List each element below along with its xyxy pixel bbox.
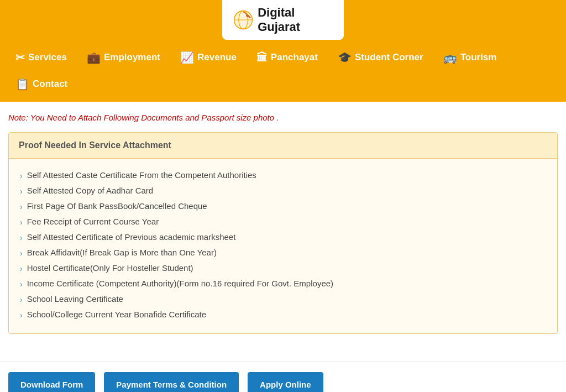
chevron-icon: ›: [20, 171, 23, 180]
list-item: › School Leaving Certificate: [20, 291, 546, 307]
nav-label-employment: Employment: [104, 52, 160, 63]
nav-label-revenue: Revenue: [197, 52, 237, 63]
nav-label-tourism: Tourism: [460, 52, 497, 63]
proof-item-7: Hostel Certificate(Only For Hosteller St…: [27, 263, 193, 273]
chevron-icon: ›: [20, 249, 23, 258]
chevron-icon: ›: [20, 202, 23, 211]
main-content: Note: You Need to Attach Following Docum…: [0, 102, 566, 362]
header: Digital Gujarat ✂ Services 💼 Employment …: [0, 0, 566, 102]
list-item: › School/College Current Year Bonafide C…: [20, 307, 546, 322]
nav-row2: 📋 Contact: [0, 71, 566, 102]
chevron-icon: ›: [20, 187, 23, 196]
proof-item-2: Self Attested Copy of Aadhar Card: [27, 186, 153, 195]
employment-icon: 💼: [87, 51, 101, 64]
proof-item-3: First Page Of Bank PassBook/Cancelled Ch…: [27, 201, 207, 211]
nav-label-contact: Contact: [33, 79, 67, 90]
nav-item-services[interactable]: ✂ Services: [6, 44, 77, 71]
list-item: › Self Attested Certificate of Previous …: [20, 229, 546, 245]
list-item: › First Page Of Bank PassBook/Cancelled …: [20, 198, 546, 214]
note-text: Note: You Need to Attach Following Docum…: [8, 113, 558, 122]
panchayat-icon: 🏛: [256, 51, 268, 64]
list-item: › Break Affidavit(If Break Gap is More t…: [20, 245, 546, 260]
nav-item-panchayat[interactable]: 🏛 Panchayat: [247, 45, 328, 71]
student-corner-icon: 🎓: [338, 51, 352, 64]
nav-item-contact[interactable]: 📋 Contact: [6, 71, 77, 97]
chevron-icon: ›: [20, 311, 23, 320]
list-item: › Self Attested Copy of Aadhar Card: [20, 183, 546, 198]
services-icon: ✂: [15, 51, 25, 64]
chevron-icon: ›: [20, 280, 23, 289]
apply-online-button[interactable]: Apply Online: [248, 372, 323, 392]
contact-icon: 📋: [15, 77, 29, 91]
nav-item-employment[interactable]: 💼 Employment: [77, 44, 170, 71]
proof-header: Proof Needed In Service Attachment: [9, 133, 557, 159]
proof-item-9: School Leaving Certificate: [27, 294, 123, 304]
proof-box: Proof Needed In Service Attachment › Sel…: [8, 132, 558, 334]
payment-terms-button[interactable]: Payment Terms & Condition: [104, 372, 239, 392]
nav-item-revenue[interactable]: 📈 Revenue: [170, 44, 247, 71]
list-item: › Hostel Certificate(Only For Hosteller …: [20, 260, 546, 276]
main-nav: ✂ Services 💼 Employment 📈 Revenue 🏛 Panc…: [0, 40, 566, 71]
logo-bar: Digital Gujarat: [222, 0, 344, 40]
download-form-button[interactable]: Download Form: [8, 372, 95, 392]
list-item: › Self Attested Caste Certificate From t…: [20, 168, 546, 183]
list-item: › Fee Receipt of Current Course Year: [20, 214, 546, 229]
footer-bar: Download Form Payment Terms & Condition …: [0, 362, 566, 392]
chevron-icon: ›: [20, 233, 23, 242]
revenue-icon: 📈: [180, 51, 194, 64]
nav-label-student-corner: Student Corner: [355, 52, 423, 63]
proof-item-10: School/College Current Year Bonafide Cer…: [27, 310, 206, 319]
nav-label-panchayat: Panchayat: [271, 52, 318, 63]
proof-item-5: Self Attested Certificate of Previous ac…: [27, 232, 236, 242]
list-item: › Income Certificate (Competent Authorit…: [20, 276, 546, 291]
nav-item-student-corner[interactable]: 🎓 Student Corner: [328, 44, 433, 71]
proof-item-4: Fee Receipt of Current Course Year: [27, 217, 159, 226]
logo-icon: [233, 9, 253, 31]
proof-item-8: Income Certificate (Competent Authority)…: [27, 279, 333, 288]
nav-label-services: Services: [28, 52, 67, 63]
proof-item-1: Self Attested Caste Certificate From the…: [27, 170, 256, 180]
tourism-icon: 🚌: [443, 51, 457, 64]
chevron-icon: ›: [20, 295, 23, 304]
chevron-icon: ›: [20, 218, 23, 227]
proof-list: › Self Attested Caste Certificate From t…: [9, 168, 557, 322]
nav-item-tourism[interactable]: 🚌 Tourism: [433, 44, 507, 71]
logo-text: Digital Gujarat: [258, 6, 333, 34]
proof-item-6: Break Affidavit(If Break Gap is More tha…: [27, 248, 217, 257]
chevron-icon: ›: [20, 264, 23, 273]
